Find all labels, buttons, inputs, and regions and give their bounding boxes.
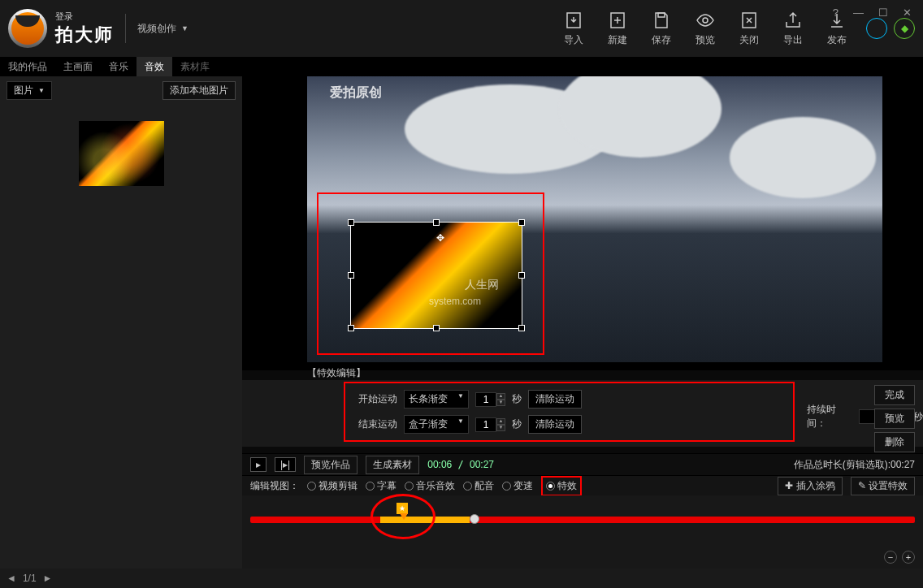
clip-range[interactable] bbox=[380, 517, 470, 523]
sec-unit: 秒 bbox=[512, 392, 522, 406]
preview-area: 爱拍原创 ✥ 人生网 system.com bbox=[242, 76, 923, 370]
fx-preview-button[interactable]: 预览 bbox=[874, 409, 915, 429]
timeline[interactable]: ★ − + bbox=[242, 495, 923, 569]
close-button[interactable]: ✕ bbox=[903, 6, 912, 19]
radio-music[interactable]: 音乐音效 bbox=[405, 479, 455, 493]
minimize-button[interactable]: — bbox=[853, 6, 864, 19]
tab-library[interactable]: 素材库 bbox=[172, 57, 218, 77]
type-dropdown[interactable]: 图片▼ bbox=[6, 81, 52, 100]
zoom-in-button[interactable]: + bbox=[902, 551, 915, 564]
tab-music[interactable]: 音乐 bbox=[101, 57, 136, 77]
start-motion-label: 开始运动 bbox=[358, 392, 397, 406]
play-bar: ▸ |▸| 预览作品 生成素材 00:06 / 00:27 作品总时长(剪辑选取… bbox=[242, 453, 923, 476]
category-tabs: 我的作品 主画面 音乐 音效 素材库 bbox=[0, 57, 923, 76]
close-file-button[interactable]: 关闭 bbox=[739, 11, 759, 47]
window-controls: ? — ☐ ✕ bbox=[821, 0, 923, 25]
start-motion-select[interactable]: 长条渐变▼ bbox=[404, 390, 469, 409]
mode-selector[interactable]: 视频创作 ▼ bbox=[137, 22, 188, 36]
timecode: 00:06 / 00:27 bbox=[427, 459, 494, 470]
edit-view-label: 编辑视图： bbox=[250, 479, 299, 493]
preview-button[interactable]: 预览 bbox=[696, 11, 715, 47]
start-sec-field[interactable]: ▲▼ bbox=[475, 392, 505, 407]
radio-subtitle[interactable]: 字幕 bbox=[366, 479, 396, 493]
radio-speed[interactable]: 变速 bbox=[502, 479, 533, 493]
app-brand: 拍大师 bbox=[55, 23, 114, 47]
preview-work-button[interactable]: 预览作品 bbox=[304, 456, 358, 474]
end-sec-field[interactable]: ▲▼ bbox=[475, 417, 505, 432]
divider bbox=[125, 14, 126, 43]
status-bar: ◄ 1/1 ► bbox=[0, 569, 923, 588]
edit-view-row: 编辑视图： 视频剪辑 字幕 音乐音效 配音 变速 特效 ✚ 插入涂鸦 ✎ 设置特… bbox=[242, 476, 923, 495]
maximize-button[interactable]: ☐ bbox=[878, 6, 888, 19]
marker-star-icon[interactable]: ★ bbox=[396, 503, 408, 514]
overlay-image[interactable]: ✥ 人生网 system.com bbox=[351, 223, 522, 328]
login-link[interactable]: 登录 bbox=[55, 11, 114, 23]
asset-thumbnail[interactable] bbox=[79, 121, 164, 186]
insert-doodle-button[interactable]: ✚ 插入涂鸦 bbox=[778, 477, 842, 495]
radio-effects[interactable]: 特效 bbox=[541, 476, 582, 496]
end-motion-label: 结束运动 bbox=[358, 417, 397, 431]
svg-point-3 bbox=[703, 18, 708, 23]
range-play-button[interactable]: |▸| bbox=[275, 457, 296, 472]
clip-end-handle[interactable] bbox=[470, 514, 479, 524]
tab-myworks[interactable]: 我的作品 bbox=[0, 57, 55, 77]
delete-button[interactable]: 删除 bbox=[874, 432, 915, 452]
toolbar: 导入 新建 保存 预览 关闭 导出 发布 bbox=[564, 11, 847, 47]
timeline-track[interactable]: ★ bbox=[250, 517, 915, 523]
page-indicator: 1/1 bbox=[23, 573, 37, 584]
export-button[interactable]: 导出 bbox=[783, 11, 803, 47]
chevron-down-icon: ▼ bbox=[181, 24, 188, 32]
watermark-text: 人生网 bbox=[465, 278, 499, 292]
total-duration-label: 作品总时长(剪辑选取):00:27 bbox=[794, 458, 915, 472]
prev-page-button[interactable]: ◄ bbox=[6, 573, 16, 584]
new-button[interactable]: 新建 bbox=[608, 11, 627, 47]
app-logo-icon bbox=[8, 9, 47, 48]
radio-dub[interactable]: 配音 bbox=[463, 479, 494, 493]
import-button[interactable]: 导入 bbox=[564, 11, 583, 47]
next-page-button[interactable]: ► bbox=[43, 573, 53, 584]
svg-rect-2 bbox=[658, 13, 665, 17]
duration-label: 持续时间： bbox=[807, 403, 854, 430]
left-panel: 图片▼ 添加本地图片 bbox=[0, 76, 242, 569]
add-local-image-button[interactable]: 添加本地图片 bbox=[162, 81, 236, 100]
watermark-url: system.com bbox=[429, 296, 481, 307]
title-bar: 登录 拍大师 视频创作 ▼ 导入 新建 保存 预览 关闭 导出 发布 ◆ bbox=[0, 0, 923, 57]
fx-panel: 开始运动 长条渐变▼ ▲▼ 秒 清除运动 结束运动 盒子渐变▼ ▲▼ 秒 清除运… bbox=[242, 380, 923, 447]
gen-asset-button[interactable]: 生成素材 bbox=[366, 456, 419, 474]
mode-label: 视频创作 bbox=[137, 22, 176, 36]
help-button[interactable]: ? bbox=[833, 6, 838, 19]
save-button[interactable]: 保存 bbox=[652, 11, 671, 47]
radio-video-edit[interactable]: 视频剪辑 bbox=[307, 479, 358, 493]
fx-edit-label: 【特效编辑】 bbox=[307, 366, 366, 380]
chevron-down-icon: ▼ bbox=[38, 87, 45, 94]
playhead[interactable] bbox=[400, 513, 408, 520]
done-button[interactable]: 完成 bbox=[874, 385, 915, 405]
play-button[interactable]: ▸ bbox=[250, 457, 266, 472]
fx-settings-button[interactable]: ✎ 设置特效 bbox=[851, 477, 915, 495]
move-icon: ✥ bbox=[436, 232, 444, 244]
selection-box[interactable]: ✥ 人生网 system.com bbox=[317, 192, 544, 355]
zoom-out-button[interactable]: − bbox=[884, 551, 897, 564]
source-watermark: 爱拍原创 bbox=[330, 84, 382, 102]
spin-up-icon[interactable]: ▲ bbox=[496, 393, 505, 400]
tab-mainscreen[interactable]: 主画面 bbox=[55, 57, 101, 77]
fx-highlight-box: 开始运动 长条渐变▼ ▲▼ 秒 清除运动 结束运动 盒子渐变▼ ▲▼ 秒 清除运… bbox=[344, 382, 795, 442]
end-motion-select[interactable]: 盒子渐变▼ bbox=[404, 415, 469, 434]
spin-down-icon[interactable]: ▼ bbox=[496, 400, 505, 406]
tab-soundfx[interactable]: 音效 bbox=[136, 57, 172, 77]
clear-end-button[interactable]: 清除运动 bbox=[528, 415, 582, 434]
clear-start-button[interactable]: 清除运动 bbox=[528, 390, 582, 409]
video-canvas[interactable]: 爱拍原创 ✥ 人生网 system.com bbox=[307, 76, 882, 362]
